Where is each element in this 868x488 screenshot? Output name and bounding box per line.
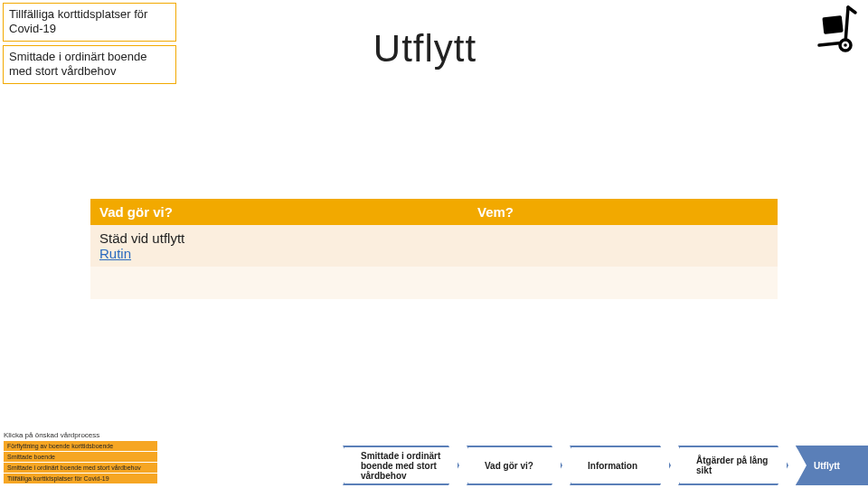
legend-item[interactable]: Smittade boende <box>4 452 157 462</box>
table-cell-what: Städ vid utflytt Rutin <box>90 225 468 267</box>
table-cell-what <box>90 267 468 299</box>
legend-item[interactable]: Tillfälliga korttidsplatser för Covid-19 <box>4 474 157 483</box>
hand-truck-icon <box>812 4 863 54</box>
cell-text: Städ vid utflytt <box>99 230 184 246</box>
step-what-do-we-do[interactable]: Vad gör vi? <box>467 446 562 485</box>
table-header-who: Vem? <box>468 199 778 225</box>
svg-rect-0 <box>824 17 841 33</box>
step-utflytt[interactable]: Utflytt <box>796 446 868 485</box>
table-header-what: Vad gör vi? <box>90 199 468 225</box>
process-legend: Klicka på önskad vårdprocess Förflyttnin… <box>4 431 157 484</box>
step-infected-ordinary[interactable]: Smittade i ordinärt boende med stort vår… <box>343 446 459 485</box>
actions-table: Vad gör vi? Vem? Städ vid utflytt Rutin <box>90 199 778 299</box>
step-long-term[interactable]: Åtgärder på lång sikt <box>678 446 788 485</box>
step-information[interactable]: Information <box>570 446 671 485</box>
legend-item[interactable]: Förflyttning av boende korttidsboende <box>4 441 157 451</box>
topbox-covid-shortstay: Tillfälliga korttidsplatser för Covid-19 <box>3 3 176 42</box>
topbox-infected-ordinary: Smittade i ordinärt boende med stort vår… <box>3 45 176 84</box>
table-row: Städ vid utflytt Rutin <box>90 225 778 267</box>
table-cell-who <box>468 267 778 299</box>
svg-point-2 <box>844 43 847 47</box>
process-steps: Smittade i ordinärt boende med stort vår… <box>343 446 868 485</box>
routine-link[interactable]: Rutin <box>99 246 131 261</box>
legend-header: Klicka på önskad vårdprocess <box>4 431 157 439</box>
page-title: Utflytt <box>271 27 579 70</box>
legend-item[interactable]: Smittade i ordinärt boende med stort vår… <box>4 463 157 473</box>
table-row <box>90 267 778 299</box>
table-cell-who <box>468 225 778 267</box>
